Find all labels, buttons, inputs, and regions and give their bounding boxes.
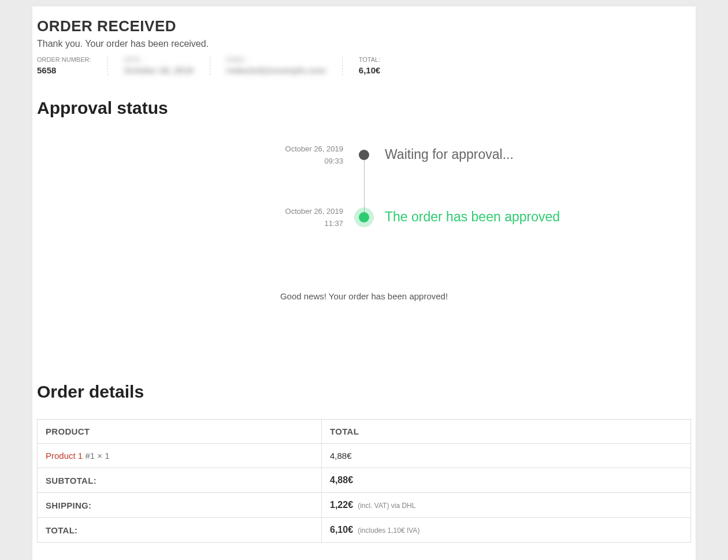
table-row: SUBTOTAL: 4,88€ <box>38 468 691 493</box>
date-value: October 26, 2019 <box>124 65 194 75</box>
thank-you-text: Thank you. Your order has been received. <box>32 39 696 49</box>
summary-total: TOTAL: 6,10€ <box>359 56 397 75</box>
shipping-amount: 1,22€ <box>330 500 353 510</box>
product-meta: #1 × 1 <box>83 451 109 461</box>
timeline-event-time: 11:37 <box>75 218 343 230</box>
total-label: TOTAL: <box>359 56 381 63</box>
page-title: ORDER RECEIVED <box>32 17 696 35</box>
shipping-label: SHIPPING: <box>38 493 322 518</box>
order-number-label: ORDER NUMBER: <box>37 56 91 63</box>
order-received-page: ORDER RECEIVED Thank you. Your order has… <box>32 6 696 560</box>
column-product: PRODUCT <box>38 420 322 444</box>
total-value: 6,10€ <box>359 65 381 75</box>
product-price: 4,88€ <box>321 444 690 468</box>
summary-date: DATE: October 26, 2019 <box>124 56 210 75</box>
timeline-dot-approved-icon <box>359 212 369 222</box>
timeline-event-date: October 26, 2019 <box>285 207 343 216</box>
timeline-event-approved: October 26, 2019 11:37 The order has bee… <box>75 205 653 230</box>
timeline-event-title: The order has been approved <box>364 209 653 225</box>
table-row: SHIPPING: 1,22€ (incl. VAT) via DHL <box>38 493 691 518</box>
timeline-event-time: 09:33 <box>75 155 343 168</box>
subtotal-label: SUBTOTAL: <box>38 468 322 493</box>
grand-total-note: (includes 1,10€ IVA) <box>358 526 419 535</box>
subtotal-amount: 4,88€ <box>330 475 353 485</box>
grand-total-value: 6,10€ (includes 1,10€ IVA) <box>321 518 690 543</box>
approval-message: Good news! Your order has been approved! <box>32 291 696 301</box>
column-total: TOTAL <box>321 420 690 444</box>
product-cell: Product 1 #1 × 1 <box>38 444 322 468</box>
approval-timeline: October 26, 2019 09:33 Waiting for appro… <box>75 135 653 239</box>
product-link[interactable]: Product 1 <box>46 451 83 461</box>
subtotal-value: 4,88€ <box>321 468 690 493</box>
timeline-event-title: Waiting for approval... <box>364 147 653 162</box>
order-details-table: PRODUCT TOTAL Product 1 #1 × 1 4,88€ SUB… <box>37 419 691 543</box>
date-label: DATE: <box>124 56 194 63</box>
table-header-row: PRODUCT TOTAL <box>38 420 691 444</box>
order-details-heading: Order details <box>32 382 696 402</box>
order-summary-row: ORDER NUMBER: 5658 DATE: October 26, 201… <box>32 56 696 75</box>
table-row: TOTAL: 6,10€ (includes 1,10€ IVA) <box>38 518 691 543</box>
summary-email: EMAIL: redacted@example.com <box>226 56 343 75</box>
timeline-event-datetime: October 26, 2019 09:33 <box>75 142 364 168</box>
grand-total-label: TOTAL: <box>38 518 322 543</box>
timeline-event-datetime: October 26, 2019 11:37 <box>75 205 364 230</box>
order-number-value: 5658 <box>37 65 91 75</box>
grand-total-amount: 6,10€ <box>330 525 353 535</box>
email-value: redacted@example.com <box>226 65 326 75</box>
table-row: Product 1 #1 × 1 4,88€ <box>38 444 691 468</box>
approval-status-heading: Approval status <box>32 98 696 118</box>
summary-order-number: ORDER NUMBER: 5658 <box>37 56 108 75</box>
email-label: EMAIL: <box>226 56 326 63</box>
shipping-note: (incl. VAT) via DHL <box>358 502 415 510</box>
timeline-event-pending: October 26, 2019 09:33 Waiting for appro… <box>75 142 653 168</box>
timeline-event-date: October 26, 2019 <box>285 144 343 153</box>
shipping-value: 1,22€ (incl. VAT) via DHL <box>321 493 690 518</box>
timeline-dot-icon <box>359 150 369 160</box>
